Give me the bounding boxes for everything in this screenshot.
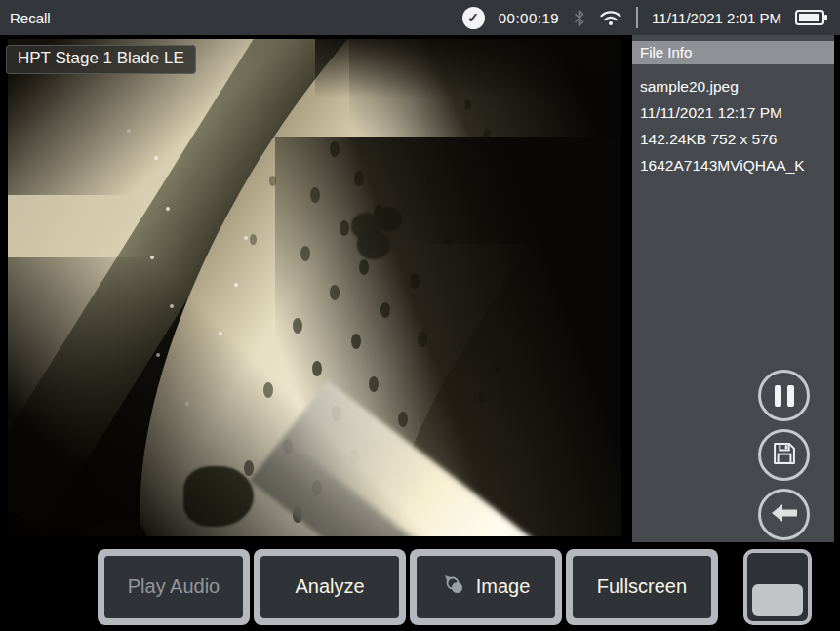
image-label: Image [476, 575, 531, 598]
screen-title: Recall [10, 10, 51, 26]
borescope-image[interactable] [8, 39, 621, 536]
screen-toggle-switch[interactable] [743, 549, 812, 625]
top-status-bar: Recall ✓ 00:00:19 11/11/2021 2:01 PM [0, 0, 840, 35]
file-size-dimensions: 142.24KB 752 x 576 [640, 126, 826, 152]
layers-icon [442, 572, 467, 601]
file-datetime: 11/11/2021 12:17 PM [640, 99, 826, 126]
save-button[interactable] [758, 429, 810, 481]
play-audio-label: Play Audio [128, 575, 220, 598]
shadow-region [315, 39, 622, 98]
image-button[interactable]: Image [410, 549, 562, 625]
analyze-label: Analyze [295, 575, 364, 598]
file-name: sample20.jpeg [640, 73, 826, 99]
fullscreen-button[interactable]: Fullscreen [566, 549, 718, 625]
battery-icon [795, 9, 828, 26]
bluetooth-icon [573, 9, 585, 27]
inspection-point-tag: HPT Stage 1 Blade LE [6, 45, 196, 74]
pause-button[interactable] [758, 370, 810, 421]
floppy-icon [771, 440, 798, 471]
shadow-region [8, 257, 437, 536]
live-image-viewport[interactable]: HPT Stage 1 Blade LE [0, 35, 629, 542]
file-info-header: File Info [632, 41, 834, 64]
pause-icon [775, 385, 794, 407]
main-content: HPT Stage 1 Blade LE File Info sample20.… [0, 35, 840, 542]
back-button[interactable] [758, 489, 810, 540]
back-arrow-icon [770, 501, 799, 529]
soft-key-bar: Play Audio Analyze Image Fullscreen [0, 542, 840, 631]
wifi-icon [599, 9, 622, 26]
check-circle-icon: ✓ [462, 7, 485, 29]
fullscreen-label: Fullscreen [597, 575, 687, 598]
file-info-panel: File Info sample20.jpeg 11/11/2021 12:17… [632, 35, 834, 542]
recording-timer: 00:00:19 [499, 10, 559, 26]
date-time: 11/11/2021 2:01 PM [652, 10, 781, 26]
toggle-knob [752, 584, 803, 616]
status-separator [636, 7, 638, 28]
play-audio-button[interactable]: Play Audio [98, 549, 250, 625]
side-button-column [758, 370, 810, 540]
analyze-button[interactable]: Analyze [254, 549, 406, 625]
file-serial: 1642A7143MViQHAA_K [640, 152, 826, 178]
